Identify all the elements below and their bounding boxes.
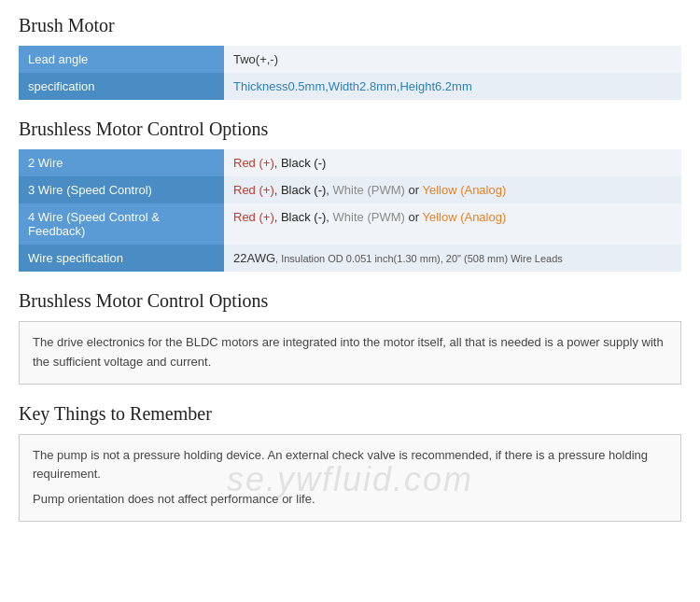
label-wire-spec: Wire specification <box>19 245 224 272</box>
section1-title: Brush Motor <box>19 15 681 36</box>
value-wire-spec: 22AWG, Insulation OD 0.051 inch(1.30 mm)… <box>224 245 681 272</box>
table-row: 3 Wire (Speed Control) Red (+), Black (-… <box>19 176 681 203</box>
section4-description: The pump is not a pressure holding devic… <box>19 434 681 522</box>
section4-title: Key Things to Remember <box>19 403 681 425</box>
label-4wire: 4 Wire (Speed Control & Feedback) <box>19 203 224 245</box>
label-3wire: 3 Wire (Speed Control) <box>19 176 224 203</box>
value-4wire: Red (+), Black (-), White (PWM) or Yello… <box>224 203 681 245</box>
table-row: specification Thickness0.5mm,Width2.8mm,… <box>19 73 681 100</box>
table-row: 2 Wire Red (+), Black (-) <box>19 149 681 176</box>
value-specification: Thickness0.5mm,Width2.8mm,Height6.2mm <box>224 73 681 100</box>
table-row: Lead angle Two(+,-) <box>19 46 681 73</box>
value-2wire: Red (+), Black (-) <box>224 149 681 176</box>
value-lead-angle: Two(+,-) <box>224 46 681 73</box>
label-lead-angle: Lead angle <box>19 46 224 73</box>
brush-motor-table: Lead angle Two(+,-) specification Thickn… <box>19 46 681 100</box>
brushless-control-table: 2 Wire Red (+), Black (-) 3 Wire (Speed … <box>19 149 681 272</box>
label-specification: specification <box>19 73 224 100</box>
table-row: 4 Wire (Speed Control & Feedback) Red (+… <box>19 203 681 245</box>
section2-title: Brushless Motor Control Options <box>19 119 681 140</box>
label-2wire: 2 Wire <box>19 149 224 176</box>
table-row: Wire specification 22AWG, Insulation OD … <box>19 245 681 272</box>
section3-description: The drive electronics for the BLDC motor… <box>19 321 681 385</box>
section4-line1: The pump is not a pressure holding devic… <box>33 446 667 485</box>
section3-title: Brushless Motor Control Options <box>19 290 681 312</box>
value-3wire: Red (+), Black (-), White (PWM) or Yello… <box>224 176 681 203</box>
section4-line2: Pump orientation does not affect perform… <box>33 490 667 510</box>
